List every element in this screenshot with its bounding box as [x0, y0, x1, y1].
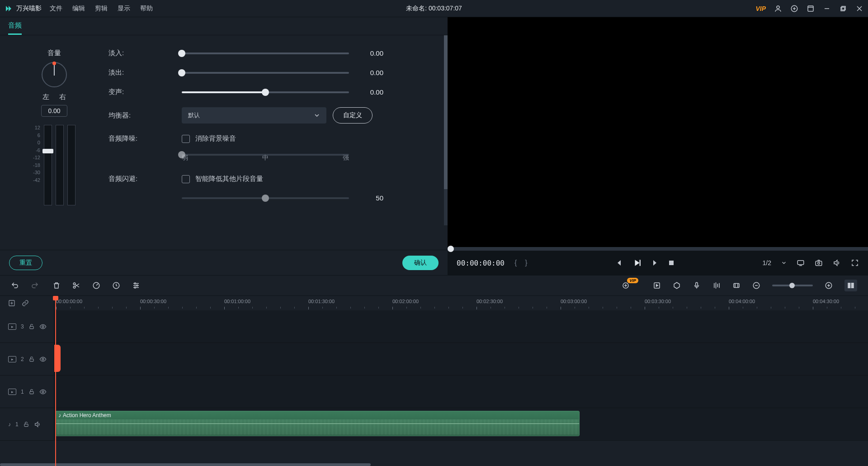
tab-audio[interactable]: 音频: [8, 21, 22, 35]
delete-icon[interactable]: [52, 281, 61, 290]
render-icon[interactable]: [653, 281, 661, 290]
track-lane[interactable]: ♪Action Hero Anthem: [54, 408, 868, 440]
lock-icon[interactable]: [23, 421, 29, 428]
speaker-icon[interactable]: [34, 421, 41, 428]
fade-in-slider[interactable]: [182, 52, 349, 54]
pitch-slider[interactable]: [182, 91, 349, 93]
svg-rect-44: [30, 391, 33, 394]
menu-edit[interactable]: 编辑: [72, 5, 85, 13]
lock-icon[interactable]: [28, 356, 35, 362]
eye-icon[interactable]: [39, 323, 47, 330]
track-index: 2: [21, 356, 24, 362]
reset-button[interactable]: 重置: [9, 256, 42, 270]
lock-icon[interactable]: [28, 389, 35, 395]
svg-point-21: [134, 283, 136, 284]
scale-dropdown-icon[interactable]: [781, 260, 787, 266]
vip-mini-badge: VIP: [627, 278, 638, 283]
snapshot-icon[interactable]: [815, 259, 823, 267]
stop-icon[interactable]: [668, 260, 675, 266]
track-lane[interactable]: [54, 310, 868, 342]
zoom-out-icon[interactable]: [752, 281, 760, 290]
ducking-checkbox[interactable]: [182, 175, 190, 183]
denoise-checkbox[interactable]: [182, 135, 190, 143]
track-index: 1: [15, 421, 19, 428]
audio-clip[interactable]: ♪Action Hero Anthem: [55, 411, 580, 436]
preview-scrubber[interactable]: [448, 247, 868, 251]
quality-icon[interactable]: [797, 259, 805, 267]
svg-rect-10: [797, 261, 804, 265]
pan-knob[interactable]: [42, 62, 67, 87]
link-icon[interactable]: [22, 300, 29, 307]
vip-badge[interactable]: VIP: [755, 5, 766, 12]
volume-fader[interactable]: [44, 125, 52, 205]
fullscreen-icon[interactable]: [851, 259, 859, 267]
eq-select[interactable]: 默认: [182, 107, 326, 124]
eq-custom-button[interactable]: 自定义: [333, 107, 373, 124]
playhead[interactable]: [55, 296, 56, 466]
maximize-icon[interactable]: [839, 5, 847, 13]
fit-icon[interactable]: [844, 280, 857, 291]
message-icon[interactable]: [790, 5, 798, 13]
prev-frame-icon[interactable]: [616, 259, 623, 266]
next-frame-icon[interactable]: [651, 259, 658, 266]
history-icon[interactable]: [112, 281, 120, 290]
volume-value[interactable]: 0.00: [41, 105, 67, 117]
svg-rect-27: [734, 284, 739, 288]
pan-left-label: 左: [42, 93, 49, 101]
eq-label: 均衡器:: [108, 111, 182, 120]
ruler-tick: 00:04:00:00: [729, 299, 755, 304]
ruler-tick: 00:00:30:00: [140, 299, 166, 304]
denoise-check-label: 消除背景噪音: [195, 134, 236, 143]
confirm-button[interactable]: 确认: [402, 256, 439, 270]
svg-point-22: [137, 285, 138, 286]
svg-point-41: [42, 326, 44, 328]
mixer-icon[interactable]: [712, 281, 721, 290]
menu-help[interactable]: 帮助: [140, 5, 153, 13]
svg-rect-2: [808, 6, 813, 11]
denoise-strength-slider: [182, 154, 349, 156]
mark-in-icon[interactable]: {: [514, 259, 517, 267]
mark-out-icon[interactable]: }: [525, 259, 527, 267]
menu-view[interactable]: 显示: [118, 5, 130, 13]
fade-out-value: 0.00: [358, 69, 383, 76]
volume-column: 音量 左 右 0.00 12 6 0 -6 -12 -18 -30: [0, 49, 108, 250]
menu-clip[interactable]: 剪辑: [95, 5, 108, 13]
undo-icon[interactable]: [11, 281, 19, 290]
pitch-value: 0.00: [358, 88, 383, 96]
track-lane[interactable]: [54, 343, 868, 375]
fade-out-slider[interactable]: [182, 72, 349, 74]
ducking-label: 音频闪避:: [108, 175, 182, 183]
split-icon[interactable]: [72, 281, 80, 290]
preview-scale[interactable]: 1/2: [763, 259, 771, 266]
adjust-icon[interactable]: [132, 281, 140, 290]
track-lane[interactable]: [54, 376, 868, 408]
marker-icon[interactable]: [673, 281, 681, 290]
menu-file[interactable]: 文件: [50, 5, 62, 13]
audio-track-1: ♪ 1 ♪Action Hero Anthem: [0, 408, 868, 441]
ruler-tick: 00:00:00:00: [56, 299, 82, 304]
voiceover-icon[interactable]: [693, 281, 701, 290]
audio-icon[interactable]: [833, 259, 841, 267]
user-icon[interactable]: [774, 5, 782, 13]
panel-vscrollbar[interactable]: [444, 35, 448, 225]
timeline-ruler[interactable]: 00:00:00:0000:00:30:0000:01:00:0000:01:3…: [54, 296, 868, 310]
ruler-tick: 00:01:30:00: [308, 299, 335, 304]
svg-rect-9: [669, 261, 674, 265]
speed-icon[interactable]: [92, 281, 100, 290]
pitch-label: 变声:: [108, 88, 182, 96]
eye-icon[interactable]: [39, 356, 47, 363]
play-icon[interactable]: [633, 259, 641, 267]
lock-icon[interactable]: [28, 323, 35, 330]
save-icon[interactable]: [807, 5, 815, 13]
minimize-icon[interactable]: [823, 5, 831, 13]
track-add-icon[interactable]: [8, 300, 15, 307]
zoom-in-icon[interactable]: [825, 281, 833, 290]
close-icon[interactable]: [855, 5, 863, 13]
redo-icon[interactable]: [31, 281, 39, 290]
crop-icon[interactable]: [732, 281, 741, 290]
app-logo-icon: [5, 5, 13, 13]
zoom-slider[interactable]: [772, 285, 813, 286]
svg-point-43: [42, 358, 44, 360]
svg-point-23: [134, 287, 136, 288]
eye-icon[interactable]: [39, 388, 47, 395]
